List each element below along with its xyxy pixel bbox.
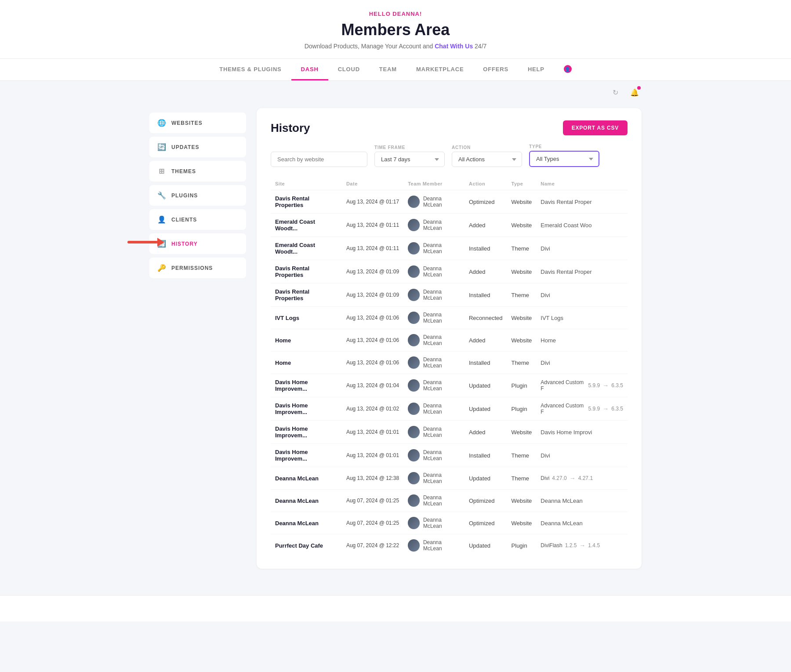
subtitle-suffix: 24/7 [473, 43, 486, 50]
cell-date: Aug 07, 2024 @ 01:25 [342, 512, 403, 534]
member-name: Deanna McLean [423, 494, 460, 507]
tab-dash[interactable]: DASH [291, 59, 328, 80]
col-date: Date [342, 178, 403, 190]
cell-type: Website [507, 307, 537, 329]
site-name-value: Davis Home Improvem... [275, 379, 308, 392]
history-title: History [271, 121, 310, 135]
avatar [408, 196, 420, 208]
site-name-value: Deanna McLean [275, 520, 319, 527]
member-name: Deanna McLean [423, 265, 460, 278]
member-name: Deanna McLean [423, 312, 460, 324]
name-value: Divi [541, 452, 550, 459]
cell-type: Website [507, 260, 537, 283]
cell-type: Theme [507, 283, 537, 307]
tab-team[interactable]: TEAM [370, 59, 406, 80]
action-label: ACTION [452, 145, 522, 150]
tab-offers[interactable]: OFFERS [473, 59, 518, 80]
cell-date: Aug 13, 2024 @ 01:06 [342, 329, 403, 352]
member-name: Deanna McLean [423, 517, 460, 529]
version-arrow-icon: → [579, 542, 585, 549]
name-value: Divi [541, 292, 550, 298]
col-type: Type [507, 178, 537, 190]
cell-name: Deanna McLean [536, 512, 628, 534]
cell-action: Installed [464, 352, 507, 374]
avatar [408, 242, 420, 254]
cell-date: Aug 13, 2024 @ 01:11 [342, 237, 403, 260]
tab-user-icon[interactable]: 👤 [554, 59, 581, 80]
top-header: HELLO DEANNA! Members Area Download Prod… [0, 0, 791, 81]
cell-name: Advanced Custom F5.9.9→6.3.5 [536, 397, 628, 421]
cell-name: Divi [536, 444, 628, 467]
cell-action: Optimized [464, 512, 507, 534]
cell-action: Added [464, 329, 507, 352]
team-member-wrapper: Deanna McLean [408, 517, 460, 529]
table-row: Deanna McLeanAug 13, 2024 @ 12:38Deanna … [271, 467, 628, 490]
version-info: DiviFlash1.2.5→1.4.5 [541, 542, 623, 549]
cell-action: Updated [464, 374, 507, 397]
cell-type: Website [507, 214, 537, 237]
team-member-wrapper: Deanna McLean [408, 472, 460, 484]
name-value: Emerald Coast Woo [541, 222, 591, 229]
cell-team-member: Deanna McLean [403, 374, 464, 397]
cell-date: Aug 13, 2024 @ 01:02 [342, 397, 403, 421]
cell-type: Theme [507, 237, 537, 260]
table-row: HomeAug 13, 2024 @ 01:06Deanna McLeanAdd… [271, 329, 628, 352]
cell-date: Aug 13, 2024 @ 01:09 [342, 283, 403, 307]
name-value: Davis Home Improvi [541, 429, 592, 436]
tab-cloud[interactable]: CLOUD [328, 59, 370, 80]
timeframe-label: TIME FRAME [374, 145, 445, 150]
cell-action: Added [464, 260, 507, 283]
cell-site: IVT Logs [271, 307, 342, 329]
sidebar-item-themes[interactable]: ⊞ THEMES [149, 161, 246, 182]
refresh-icon[interactable]: ↻ [608, 85, 622, 99]
cell-date: Aug 13, 2024 @ 01:06 [342, 352, 403, 374]
sidebar-item-updates[interactable]: 🔄 UPDATES [149, 137, 246, 157]
name-value: Advanced Custom F [541, 379, 585, 392]
avatar [408, 312, 420, 324]
cell-type: Website [507, 490, 537, 512]
arrow-indicator [127, 241, 158, 243]
sidebar-label-updates: UPDATES [171, 144, 199, 150]
cell-action: Added [464, 421, 507, 444]
action-select[interactable]: All Actions Added Installed Updated Opti… [452, 152, 522, 167]
version-from: 1.2.5 [565, 542, 577, 548]
tab-marketplace[interactable]: MARKETPLACE [406, 59, 473, 80]
cell-site: Purrfect Day Cafe [271, 534, 342, 557]
type-select[interactable]: All Types Website Theme Plugin [529, 151, 599, 167]
cell-site: Emerald Coast Woodt... [271, 214, 342, 237]
name-value: IVT Logs [541, 315, 563, 321]
site-name-value: Davis Rental Properties [275, 195, 309, 208]
sidebar-item-plugins[interactable]: 🔧 PLUGINS [149, 185, 246, 206]
member-name: Deanna McLean [423, 334, 460, 346]
history-table: Site Date Team Member Action Type Name D… [271, 178, 628, 556]
sidebar-item-permissions[interactable]: 🔑 PERMISSIONS [149, 258, 246, 278]
member-name: Deanna McLean [423, 242, 460, 254]
table-header-row: Site Date Team Member Action Type Name [271, 178, 628, 190]
sidebar-item-clients[interactable]: 👤 CLIENTS [149, 209, 246, 230]
cell-site: Home [271, 352, 342, 374]
main-container: 🌐 WEBSITES 🔄 UPDATES ⊞ THEMES 🔧 PLUGINS … [132, 99, 659, 578]
filters-row: TIME FRAME Last 7 days Last 30 days Last… [271, 144, 628, 167]
table-row: Purrfect Day CafeAug 07, 2024 @ 12:22Dea… [271, 534, 628, 557]
cell-action: Added [464, 214, 507, 237]
name-value: Divi [541, 245, 550, 252]
tab-themes-plugins[interactable]: THEMES & PLUGINS [210, 59, 291, 80]
notification-icon[interactable]: 🔔 [628, 85, 642, 99]
team-member-wrapper: Deanna McLean [408, 219, 460, 231]
cell-site: Davis Rental Properties [271, 190, 342, 214]
timeframe-select[interactable]: Last 7 days Last 30 days Last 90 days Al… [374, 152, 445, 167]
cell-team-member: Deanna McLean [403, 329, 464, 352]
cell-name: Advanced Custom F5.9.9→6.3.5 [536, 374, 628, 397]
sidebar-item-websites[interactable]: 🌐 WEBSITES [149, 113, 246, 133]
table-row: Emerald Coast Woodt...Aug 13, 2024 @ 01:… [271, 214, 628, 237]
page-title: Members Area [0, 21, 791, 39]
chat-link[interactable]: Chat With Us [435, 43, 473, 50]
cell-site: Deanna McLean [271, 490, 342, 512]
export-csv-button[interactable]: EXPORT AS CSV [563, 120, 628, 135]
cell-site: Home [271, 329, 342, 352]
arrow-body [127, 241, 158, 243]
member-name: Deanna McLean [423, 403, 460, 415]
search-input[interactable] [271, 152, 367, 167]
tab-help[interactable]: HELP [518, 59, 554, 80]
cell-site: Davis Rental Properties [271, 283, 342, 307]
